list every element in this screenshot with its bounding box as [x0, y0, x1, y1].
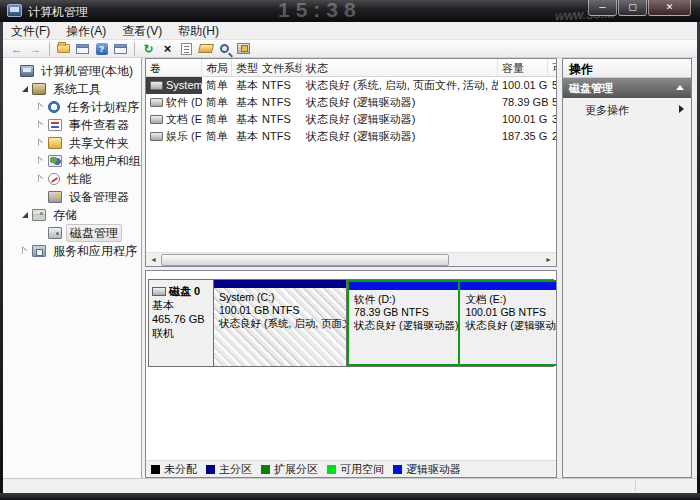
disk-graphical-view: 磁盘 0 基本 465.76 GB 联机 System (C:) 100.01 … — [145, 270, 557, 478]
expand-icon[interactable] — [37, 138, 47, 148]
volume-layout: 简单 — [202, 128, 232, 145]
partition-e[interactable]: 文档 (E:) 100.01 GB NTFS 状态良好 (逻辑驱动器) — [460, 282, 557, 364]
tree-item-system-tools[interactable]: 系统工具 — [3, 80, 141, 98]
find-icon[interactable] — [216, 41, 233, 56]
tree-item-task-scheduler[interactable]: 任务计划程序 — [3, 98, 141, 116]
volume-capacity: 78.39 GB — [498, 94, 548, 111]
column-header-layout[interactable]: 布局 — [202, 59, 232, 76]
expander — [37, 228, 47, 238]
column-header-capacity[interactable]: 容量 — [498, 59, 548, 76]
back-icon[interactable]: ← — [8, 41, 25, 56]
volume-capacity: 187.35 GB — [498, 128, 548, 145]
tree-item-label: 存储 — [50, 207, 80, 223]
menu-file[interactable]: 文件(F) — [3, 22, 58, 40]
volume-list-header: 卷 布局 类型 文件系统 状态 容量 可用空间 — [146, 59, 556, 77]
volume-fs: NTFS — [258, 128, 302, 145]
volume-name: 文档 (E:) — [166, 111, 202, 128]
volume-layout: 简单 — [202, 94, 232, 111]
legend-chip — [327, 465, 336, 474]
logical-drive-bar — [349, 282, 458, 290]
volume-row-e[interactable]: 文档 (E:) 简单 基本 NTFS 状态良好 (逻辑驱动器) 100.01 G… — [146, 111, 556, 128]
window-title: 计算机管理 — [28, 4, 88, 21]
column-header-filesystem[interactable]: 文件系统 — [258, 59, 302, 76]
maximize-button[interactable]: ▢ — [618, 0, 647, 16]
disk-type: 基本 — [152, 298, 210, 312]
more-actions-item[interactable]: 更多操作 — [563, 98, 691, 122]
expand-icon[interactable] — [21, 246, 31, 256]
app-icon — [7, 4, 22, 17]
scrollbar-thumb[interactable] — [161, 254, 449, 266]
menu-bar: 文件(F) 操作(A) 查看(V) 帮助(H) — [3, 22, 697, 40]
legend-chip — [151, 465, 160, 474]
volume-fs: NTFS — [258, 94, 302, 111]
collapse-group-icon[interactable] — [676, 85, 684, 90]
tree-item-label: 设备管理器 — [66, 189, 132, 205]
volume-row-c[interactable]: System (C:) 简单 基本 NTFS 状态良好 (系统, 启动, 页面文… — [146, 77, 556, 94]
more-actions-label: 更多操作 — [585, 104, 629, 116]
status-divider — [635, 481, 636, 491]
column-header-type[interactable]: 类型 — [232, 59, 258, 76]
partition-d[interactable]: 软件 (D:) 78.39 GB NTFS 状态良好 (逻辑驱动器) — [349, 282, 458, 364]
volume-capacity: 100.01 GB — [498, 77, 548, 94]
column-header-status[interactable]: 状态 — [302, 59, 498, 76]
volume-capacity: 100.01 GB — [498, 111, 548, 128]
delete-icon[interactable]: × — [159, 41, 176, 56]
actions-title: 操作 — [563, 59, 691, 78]
tree-item-computer-management[interactable]: 计算机管理(本地) — [3, 62, 141, 80]
expander — [37, 192, 47, 202]
menu-view[interactable]: 查看(V) — [114, 22, 170, 40]
scroll-left-arrow[interactable]: ◄ — [147, 254, 160, 266]
collapse-icon[interactable] — [21, 210, 31, 220]
tree-item-performance[interactable]: 性能 — [3, 170, 141, 188]
legend-label: 未分配 — [164, 462, 197, 477]
tree-item-disk-management[interactable]: 磁盘管理 — [3, 224, 141, 242]
extended-partition-group: 软件 (D:) 78.39 GB NTFS 状态良好 (逻辑驱动器) 文档 (E… — [347, 280, 557, 366]
refresh-icon[interactable]: ↻ — [140, 41, 157, 56]
legend-primary-partition: 主分区 — [206, 462, 252, 477]
partition-status: 状态良好 (系统, 启动, 页面文件, 活动, 故障转储, 主分区) — [219, 317, 346, 330]
submenu-arrow-icon — [679, 105, 684, 113]
forward-icon[interactable]: → — [27, 41, 44, 56]
partition-c[interactable]: System (C:) 100.01 GB NTFS 状态良好 (系统, 启动,… — [214, 280, 347, 366]
open-icon[interactable] — [197, 41, 214, 56]
action-pane-icon[interactable] — [112, 41, 129, 56]
menu-action[interactable]: 操作(A) — [58, 22, 114, 40]
volume-status: 状态良好 (逻辑驱动器) — [302, 94, 498, 111]
close-button[interactable]: ✕ — [648, 0, 691, 16]
actions-group-disk-management[interactable]: 磁盘管理 — [563, 78, 691, 98]
menu-help[interactable]: 帮助(H) — [170, 22, 227, 40]
column-header-volume[interactable]: 卷 — [146, 59, 202, 76]
tree-item-event-viewer[interactable]: 事件查看器 — [3, 116, 141, 134]
expand-icon[interactable] — [37, 156, 47, 166]
show-console-tree-icon[interactable] — [55, 41, 72, 56]
expand-icon[interactable] — [37, 120, 47, 130]
volume-status: 状态良好 (逻辑驱动器) — [302, 111, 498, 128]
help-icon[interactable]: ? — [93, 41, 110, 56]
legend-chip — [393, 465, 402, 474]
volume-row-f[interactable]: 娱乐 (F:) 简单 基本 NTFS 状态良好 (逻辑驱动器) 187.35 G… — [146, 128, 556, 145]
tree-item-device-manager[interactable]: 设备管理器 — [3, 188, 141, 206]
collapse-icon[interactable] — [21, 84, 31, 94]
disk-0-info[interactable]: 磁盘 0 基本 465.76 GB 联机 — [149, 280, 214, 366]
disk-0-row: 磁盘 0 基本 465.76 GB 联机 System (C:) 100.01 … — [148, 279, 554, 367]
scroll-right-arrow[interactable]: ► — [542, 254, 555, 266]
volume-type: 基本 — [232, 111, 258, 128]
tree-item-shared-folders[interactable]: 共享文件夹 — [3, 134, 141, 152]
properties-icon[interactable] — [178, 41, 195, 56]
tree-item-services-apps[interactable]: 服务和应用程序 — [3, 242, 141, 260]
expand-icon[interactable] — [37, 102, 47, 112]
window-border-left — [0, 22, 3, 500]
console-window-icon[interactable] — [74, 41, 91, 56]
column-header-freespace[interactable]: 可用空间 — [548, 59, 557, 76]
horizontal-scrollbar[interactable]: ◄ ► — [146, 252, 556, 266]
workspace: 计算机管理(本地) 系统工具 任务计划程序 事件查看器 共享文件夹 — [3, 58, 697, 478]
tree-item-local-users-groups[interactable]: 本地用户和组 — [3, 152, 141, 170]
minimize-button[interactable]: ─ — [588, 0, 617, 16]
volume-layout: 简单 — [202, 77, 232, 94]
volume-row-d[interactable]: 软件 (D:) 简单 基本 NTFS 状态良好 (逻辑驱动器) 78.39 GB… — [146, 94, 556, 111]
disk-settings-icon[interactable] — [235, 41, 252, 56]
window-border-bottom — [0, 493, 700, 500]
legend-label: 逻辑驱动器 — [406, 462, 461, 477]
tree-item-storage[interactable]: 存储 — [3, 206, 141, 224]
expand-icon[interactable] — [37, 174, 47, 184]
